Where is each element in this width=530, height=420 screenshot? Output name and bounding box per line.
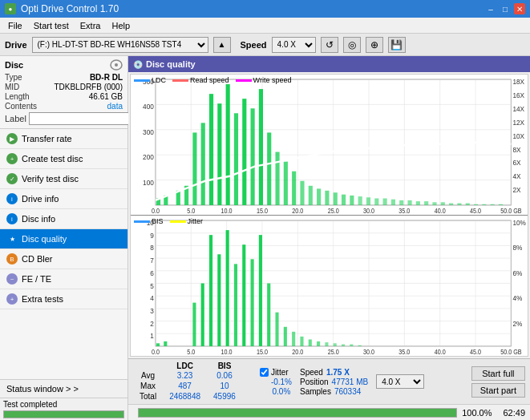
toolbar-btn-2[interactable]: ◎ — [343, 37, 361, 53]
position-label: Position — [300, 378, 329, 386]
svg-rect-122 — [275, 313, 278, 346]
svg-text:10%: 10% — [512, 218, 526, 227]
sidebar-item-disc-quality[interactable]: ★ Disc quality — [0, 229, 127, 249]
max-jitter: 0.0% — [260, 387, 292, 396]
sidebar: Disc Type BD-R DL MID TDKBLDRFB (000) Le… — [0, 56, 128, 420]
menu-extra[interactable]: Extra — [75, 20, 106, 31]
speed-dropdown-stat[interactable]: 4.0 X — [376, 374, 424, 389]
minimize-button[interactable]: – — [485, 3, 496, 14]
sidebar-item-disc-info[interactable]: i Disc info — [0, 209, 127, 229]
refresh-button[interactable]: ↺ — [321, 37, 338, 53]
svg-rect-40 — [325, 191, 329, 205]
svg-rect-46 — [374, 198, 378, 204]
drive-select[interactable]: (F:) HL-DT-ST BD-RE WH16NS58 TST4 — [32, 37, 208, 53]
maximize-button[interactable]: □ — [500, 3, 511, 14]
svg-text:2X: 2X — [512, 186, 520, 195]
svg-rect-27 — [217, 103, 221, 205]
svg-rect-117 — [234, 264, 237, 346]
quality-title: Disc quality — [146, 59, 196, 69]
svg-text:40.0: 40.0 — [435, 207, 447, 215]
progress-bar-container — [138, 408, 457, 418]
svg-rect-45 — [366, 197, 370, 205]
svg-text:35.0: 35.0 — [399, 348, 411, 356]
svg-text:0.0: 0.0 — [152, 207, 160, 215]
svg-rect-39 — [317, 188, 321, 205]
close-button[interactable]: ✕ — [514, 3, 525, 14]
svg-rect-54 — [441, 202, 445, 205]
sidebar-item-cd-bler[interactable]: B CD Bler — [0, 249, 127, 269]
progress-bar-fill — [139, 409, 456, 417]
disc-info-label: Disc info — [22, 214, 55, 224]
total-ldc: 2468848 — [163, 391, 207, 402]
create-test-disc-label: Create test disc — [22, 154, 83, 164]
label-input[interactable] — [29, 112, 136, 125]
disc-info-icon: i — [6, 213, 18, 224]
eject-button[interactable]: ▲ — [213, 37, 231, 53]
app-icon: ● — [5, 3, 16, 14]
length-label: Length — [5, 92, 30, 101]
svg-rect-41 — [334, 192, 338, 205]
menu-start-test[interactable]: Start test — [29, 20, 74, 31]
quality-header-icon: 💿 — [133, 60, 143, 69]
start-full-button[interactable]: Start full — [471, 366, 525, 381]
svg-rect-59 — [482, 204, 486, 205]
jitter-checkbox[interactable] — [260, 368, 269, 377]
svg-text:2%: 2% — [512, 319, 522, 328]
svg-text:6: 6 — [150, 269, 154, 277]
avg-ldc: 3.23 — [163, 370, 207, 381]
svg-text:35.0: 35.0 — [399, 207, 411, 215]
svg-rect-28 — [226, 84, 230, 205]
menu-file[interactable]: File — [3, 20, 27, 31]
sidebar-item-extra-tests[interactable]: + Extra tests — [0, 289, 127, 309]
chart1-svg: 500 400 300 200 100 18X 16X 14X 12X 10X … — [131, 75, 528, 215]
svg-text:14X: 14X — [512, 104, 524, 113]
sidebar-item-verify-test-disc[interactable]: ✓ Verify test disc — [0, 169, 127, 189]
svg-text:8: 8 — [150, 244, 154, 252]
svg-rect-110 — [156, 343, 160, 346]
disc-quality-label: Disc quality — [22, 234, 67, 244]
start-part-button[interactable]: Start part — [471, 383, 525, 398]
svg-rect-31 — [251, 108, 255, 205]
sidebar-item-transfer-rate[interactable]: ▶ Transfer rate — [0, 129, 127, 149]
mid-value: TDKBLDRFB (000) — [54, 83, 123, 91]
svg-text:300: 300 — [143, 127, 154, 136]
ldc-header: LDC — [163, 361, 207, 370]
disc-quality-icon: ★ — [6, 233, 18, 244]
svg-text:4: 4 — [150, 294, 154, 303]
chart1-legend: LDC Read speed Write speed — [134, 76, 291, 84]
svg-rect-34 — [275, 152, 279, 205]
toolbar-btn-3[interactable]: ⊕ — [366, 37, 383, 53]
avg-speed: 1.75 X — [326, 368, 350, 377]
svg-rect-43 — [350, 196, 354, 205]
sidebar-item-fe-te[interactable]: ~ FE / TE — [0, 269, 127, 289]
stats-panel: LDC BIS Avg 3.23 0.06 Max 487 10 Total 2… — [128, 358, 530, 404]
ldc-chart: LDC Read speed Write speed — [131, 75, 528, 216]
status-window-button[interactable]: Status window > > — [0, 379, 127, 398]
svg-rect-121 — [267, 283, 270, 345]
main-area: Disc Type BD-R DL MID TDKBLDRFB (000) Le… — [0, 56, 530, 420]
svg-text:1: 1 — [150, 332, 154, 341]
extra-tests-label: Extra tests — [22, 294, 63, 304]
legend-jitter: Jitter — [188, 217, 204, 225]
svg-text:2: 2 — [150, 319, 154, 328]
speed-select[interactable]: 4.0 X — [272, 37, 316, 53]
sidebar-item-drive-info[interactable]: i Drive info — [0, 189, 127, 209]
svg-text:12X: 12X — [512, 118, 524, 127]
samples-value: 760334 — [334, 387, 361, 396]
svg-rect-114 — [209, 235, 212, 346]
save-button[interactable]: 💾 — [388, 37, 406, 53]
nav-items: ▶ Transfer rate + Create test disc ✓ Ver… — [0, 129, 127, 379]
max-bis: 10 — [207, 381, 242, 391]
svg-rect-44 — [358, 196, 362, 205]
sidebar-item-create-test-disc[interactable]: + Create test disc — [0, 149, 127, 169]
menu-help[interactable]: Help — [107, 20, 135, 31]
svg-text:8%: 8% — [512, 244, 522, 252]
svg-text:8X: 8X — [512, 145, 520, 154]
total-bis: 45996 — [207, 391, 242, 402]
svg-rect-60 — [491, 204, 495, 205]
type-label: Type — [5, 73, 22, 82]
svg-rect-113 — [201, 283, 204, 345]
svg-rect-26 — [209, 94, 213, 205]
svg-text:15.0: 15.0 — [257, 207, 269, 215]
legend-ldc: LDC — [152, 76, 166, 84]
